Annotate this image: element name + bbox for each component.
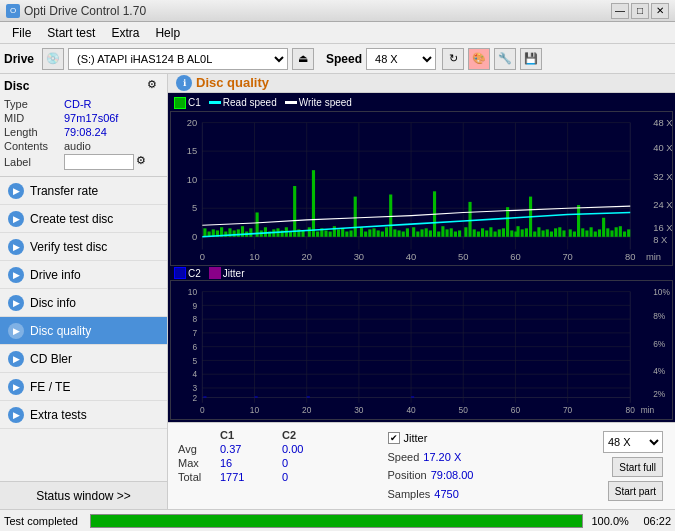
progress-bar-fill [91,515,582,527]
svg-text:32 X: 32 X [653,171,672,182]
write-speed-legend: Write speed [285,97,352,108]
svg-rect-123 [581,228,584,236]
charts-area: C1 Read speed Write speed [168,93,675,422]
sidebar-item-extra-tests[interactable]: ▶ Extra tests [0,401,167,429]
svg-text:0: 0 [200,251,205,262]
drive-icon[interactable]: 💿 [42,48,64,70]
sidebar-item-disc-info[interactable]: ▶ Disc info [0,289,167,317]
save-button[interactable]: 💾 [520,48,542,70]
svg-text:80: 80 [625,251,635,262]
menu-start-test[interactable]: Start test [39,24,103,42]
jitter-check-row: ✔ Jitter [388,432,592,444]
jitter-legend-label: Jitter [223,268,245,279]
svg-rect-49 [264,227,267,237]
max-label: Max [178,457,218,469]
disc-type-value: CD-R [64,98,92,110]
status-window[interactable]: Status window >> [0,481,167,509]
sidebar-item-disc-info-label: Disc info [30,296,76,310]
progress-bar-container [90,514,583,528]
menu-extra[interactable]: Extra [103,24,147,42]
svg-text:20: 20 [187,117,197,128]
start-full-button[interactable]: Start full [612,457,663,477]
svg-rect-42 [233,230,236,236]
svg-rect-100 [485,230,488,236]
total-c2: 0 [282,471,342,483]
refresh-button[interactable]: ↻ [442,48,464,70]
cd-bler-icon: ▶ [8,351,24,367]
svg-rect-67 [341,228,344,236]
svg-text:10: 10 [250,406,260,416]
right-panel: ℹ Disc quality C1 Read speed Write speed [168,74,675,509]
sidebar-item-transfer-rate[interactable]: ▶ Transfer rate [0,177,167,205]
svg-rect-79 [393,229,396,236]
svg-text:0: 0 [192,231,197,242]
svg-rect-127 [598,229,601,236]
max-c1: 16 [220,457,280,469]
svg-rect-65 [333,226,336,237]
svg-text:4: 4 [192,370,197,380]
sidebar-item-create-test-disc[interactable]: ▶ Create test disc [0,205,167,233]
sidebar-item-drive-info[interactable]: ▶ Drive info [0,261,167,289]
svg-rect-103 [498,229,501,236]
svg-rect-130 [610,230,613,236]
jitter-legend: Jitter [209,267,245,279]
svg-text:8 X: 8 X [653,234,668,245]
position-value: 79:08.00 [431,469,474,481]
position-row: Position 79:08.00 [388,469,592,481]
svg-rect-73 [368,229,371,236]
sidebar-item-fe-te[interactable]: ▶ FE / TE [0,373,167,401]
svg-rect-68 [345,231,348,236]
sidebar-item-cd-bler[interactable]: ▶ CD Bler [0,345,167,373]
svg-text:30: 30 [354,251,364,262]
close-button[interactable]: ✕ [651,3,669,19]
svg-rect-126 [594,231,597,236]
avg-c1: 0.37 [220,443,280,455]
speed-select[interactable]: 48 X [366,48,436,70]
svg-text:10%: 10% [653,287,670,297]
svg-rect-70 [354,197,357,237]
disc-label-icon[interactable]: ⚙ [136,154,152,170]
svg-rect-116 [550,231,553,236]
svg-rect-122 [577,205,580,237]
svg-text:8%: 8% [653,311,666,321]
eject-button[interactable]: ⏏ [292,48,314,70]
extra-button[interactable]: 🔧 [494,48,516,70]
svg-rect-120 [569,229,572,236]
chart2-legend: C2 Jitter [170,266,673,280]
drive-select[interactable]: (S:) ATAPI iHAS124 B AL0L [68,48,288,70]
sidebar-item-verify-test-disc[interactable]: ▶ Verify test disc [0,233,167,261]
disc-settings-icon[interactable]: ⚙ [147,78,163,94]
color-button[interactable]: 🎨 [468,48,490,70]
sidebar-item-disc-quality[interactable]: ▶ Disc quality [0,317,167,345]
svg-rect-108 [516,226,519,237]
svg-text:80: 80 [626,406,636,416]
start-part-button[interactable]: Start part [608,481,663,501]
nav-section: ▶ Transfer rate ▶ Create test disc ▶ Ver… [0,177,167,481]
svg-text:4%: 4% [653,366,666,376]
maximize-button[interactable]: □ [631,3,649,19]
svg-rect-80 [397,230,400,236]
svg-rect-66 [337,229,340,236]
stats-table: C1 C2 Avg 0.37 0.00 Max 16 0 Total [176,427,344,485]
minimize-button[interactable]: — [611,3,629,19]
disc-mid-label: MID [4,112,64,124]
create-test-disc-icon: ▶ [8,211,24,227]
svg-text:40 X: 40 X [653,142,672,153]
disc-type-row: Type CD-R [4,98,163,110]
avg-c2: 0.00 [282,443,342,455]
menu-file[interactable]: File [4,24,39,42]
speed-dropdown[interactable]: 48 X [603,431,663,453]
write-speed-legend-label: Write speed [299,97,352,108]
c1-legend: C1 [174,97,201,109]
extra-tests-icon: ▶ [8,407,24,423]
c2-header: C2 [282,429,342,441]
svg-rect-117 [554,228,557,236]
jitter-checkbox[interactable]: ✔ [388,432,400,444]
disc-title: Disc [4,79,29,93]
disc-label-input[interactable] [64,154,134,170]
sidebar-item-disc-quality-label: Disc quality [30,324,91,338]
menu-help[interactable]: Help [147,24,188,42]
svg-text:10: 10 [187,174,197,185]
svg-rect-91 [446,229,449,236]
disc-type-label: Type [4,98,64,110]
